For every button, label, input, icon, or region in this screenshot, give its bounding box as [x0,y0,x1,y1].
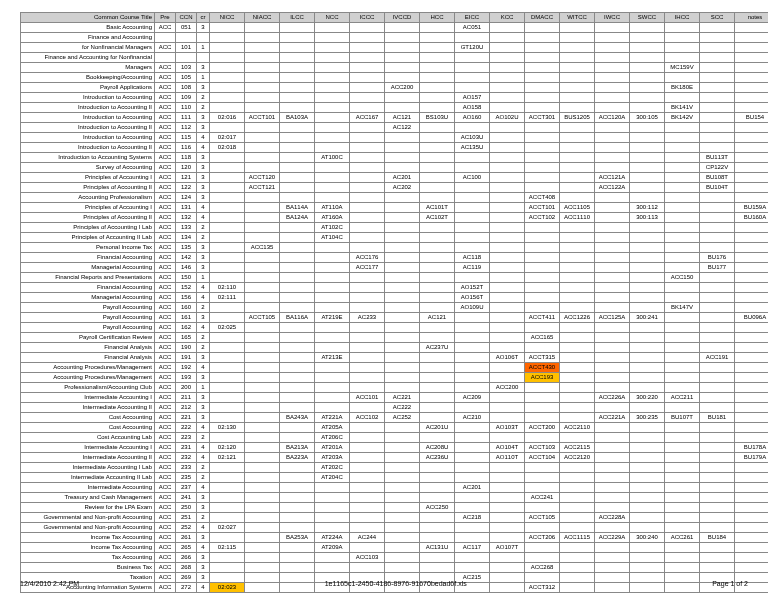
cell [700,113,735,123]
cell [700,23,735,33]
cell [315,303,350,313]
cell: ACC125A [595,313,630,323]
cell [350,243,385,253]
cell [560,553,595,563]
cell [385,373,420,383]
cell: 124 [176,193,197,203]
cell: Governmental and Non-profit Accounting [21,523,155,533]
cell [735,223,769,233]
cell [490,143,525,153]
cell [630,93,665,103]
cell [280,123,315,133]
footer-date: 12/4/2010 2:42 PM [20,580,79,587]
cell: Cost Accounting [21,423,155,433]
cell [455,33,490,43]
cell: AT209A [315,543,350,553]
cell [525,523,560,533]
cell: Payroll Accounting [21,323,155,333]
cell [700,433,735,443]
cell: AT219E [315,313,350,323]
cell [210,483,245,493]
cell [280,323,315,333]
cell: AO104T [490,443,525,453]
cell [315,253,350,263]
cell: ACCT430 [525,363,560,373]
cell [665,463,700,473]
cell [700,513,735,523]
cell [595,303,630,313]
cell [735,393,769,403]
cell [630,303,665,313]
cell: 2 [197,103,210,113]
cell [385,313,420,323]
cell: BK142V [665,113,700,123]
cell: 4 [197,283,210,293]
cell [350,63,385,73]
cell: 3 [197,163,210,173]
table-row: Business TaxACC2683ACC268 [21,563,769,573]
cell: Intermediate Accounting II [21,403,155,413]
cell [560,53,595,63]
cell [280,523,315,533]
cell: ACC [155,523,176,533]
cell: Payroll Applications [21,83,155,93]
cell [385,383,420,393]
cell: 02:115 [210,543,245,553]
cell [245,363,280,373]
cell [245,43,280,53]
cell: 4 [197,143,210,153]
cell [490,183,525,193]
cell [490,73,525,83]
cell: ACC [155,473,176,483]
cell: ACC101 [350,393,385,403]
cell [245,253,280,263]
cell [420,393,455,403]
cell [700,203,735,213]
cell [525,433,560,443]
cell [245,543,280,553]
cell [735,543,769,553]
cell [595,553,630,563]
cell: AT213E [315,353,350,363]
cell: 3 [197,533,210,543]
cell [560,383,595,393]
cell: 115 [176,133,197,143]
cell [595,503,630,513]
cell [315,163,350,173]
cell: Finance and Accounting [21,33,155,43]
cell: ACCT101 [525,203,560,213]
table-row: Principles of Accounting IIACC1324BA124A… [21,213,769,223]
cell: 4 [197,133,210,143]
cell: Income Tax Accounting [21,543,155,553]
cell [735,93,769,103]
cell: ACC2120 [560,453,595,463]
cell [385,293,420,303]
cell [560,323,595,333]
cell: ACC [155,233,176,243]
cell [210,53,245,63]
footer-filename: 1e1165c1-2450-4186-8976-91670bedad6f.xls [325,580,467,587]
cell [560,483,595,493]
cell [525,503,560,513]
cell [350,173,385,183]
cell [630,73,665,83]
cell [735,103,769,113]
cell: CP122V [700,163,735,173]
cell: ACC221A [595,413,630,423]
cell [735,193,769,203]
cell [385,533,420,543]
course-table: Common Course TitlePreCCNcrNICCNIACCILCC… [20,12,768,593]
cell: BA114A [280,203,315,213]
cell [315,43,350,53]
cell [210,33,245,43]
cell [420,283,455,293]
table-row: Financial AnalysisACC1913AT213EAO106TACC… [21,353,769,363]
cell [210,243,245,253]
cell [700,373,735,383]
cell [700,383,735,393]
cell: ACC [155,123,176,133]
cell [210,353,245,363]
cell [385,493,420,503]
cell: 3 [197,173,210,183]
cell [210,173,245,183]
